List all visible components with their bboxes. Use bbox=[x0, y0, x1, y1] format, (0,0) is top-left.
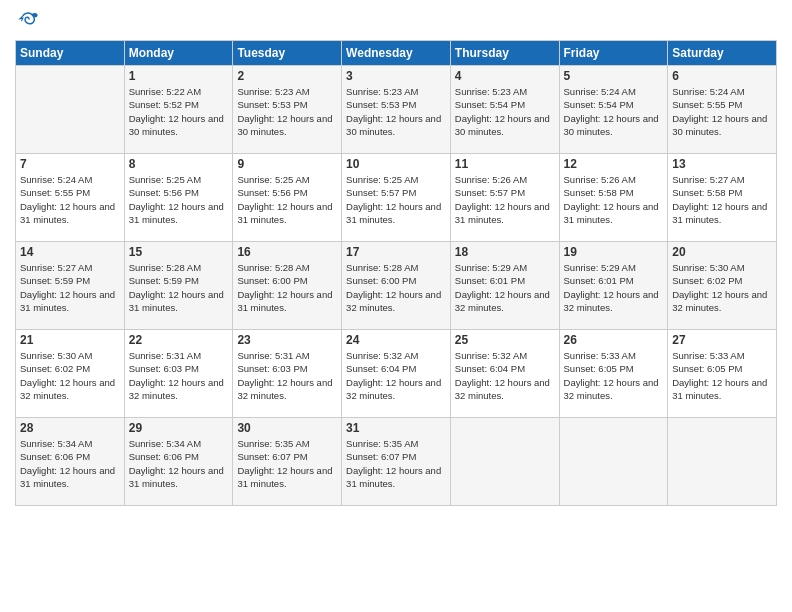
logo bbox=[15, 10, 41, 32]
day-info: Sunrise: 5:22 AM Sunset: 5:52 PM Dayligh… bbox=[129, 85, 229, 138]
calendar-cell: 7Sunrise: 5:24 AM Sunset: 5:55 PM Daylig… bbox=[16, 154, 125, 242]
calendar-cell bbox=[668, 418, 777, 506]
day-number: 29 bbox=[129, 421, 229, 435]
day-number: 13 bbox=[672, 157, 772, 171]
day-number: 1 bbox=[129, 69, 229, 83]
day-number: 11 bbox=[455, 157, 555, 171]
day-number: 21 bbox=[20, 333, 120, 347]
calendar-cell: 16Sunrise: 5:28 AM Sunset: 6:00 PM Dayli… bbox=[233, 242, 342, 330]
day-info: Sunrise: 5:24 AM Sunset: 5:55 PM Dayligh… bbox=[20, 173, 120, 226]
calendar-cell bbox=[450, 418, 559, 506]
day-number: 24 bbox=[346, 333, 446, 347]
day-number: 19 bbox=[564, 245, 664, 259]
day-info: Sunrise: 5:32 AM Sunset: 6:04 PM Dayligh… bbox=[455, 349, 555, 402]
calendar-cell: 8Sunrise: 5:25 AM Sunset: 5:56 PM Daylig… bbox=[124, 154, 233, 242]
day-number: 10 bbox=[346, 157, 446, 171]
day-info: Sunrise: 5:25 AM Sunset: 5:56 PM Dayligh… bbox=[129, 173, 229, 226]
calendar-cell: 10Sunrise: 5:25 AM Sunset: 5:57 PM Dayli… bbox=[342, 154, 451, 242]
calendar-cell: 18Sunrise: 5:29 AM Sunset: 6:01 PM Dayli… bbox=[450, 242, 559, 330]
day-info: Sunrise: 5:31 AM Sunset: 6:03 PM Dayligh… bbox=[129, 349, 229, 402]
day-number: 30 bbox=[237, 421, 337, 435]
page: SundayMondayTuesdayWednesdayThursdayFrid… bbox=[0, 0, 792, 612]
day-number: 7 bbox=[20, 157, 120, 171]
day-number: 14 bbox=[20, 245, 120, 259]
day-info: Sunrise: 5:27 AM Sunset: 5:58 PM Dayligh… bbox=[672, 173, 772, 226]
calendar-cell: 12Sunrise: 5:26 AM Sunset: 5:58 PM Dayli… bbox=[559, 154, 668, 242]
day-number: 9 bbox=[237, 157, 337, 171]
calendar-cell: 31Sunrise: 5:35 AM Sunset: 6:07 PM Dayli… bbox=[342, 418, 451, 506]
day-info: Sunrise: 5:26 AM Sunset: 5:58 PM Dayligh… bbox=[564, 173, 664, 226]
day-info: Sunrise: 5:23 AM Sunset: 5:53 PM Dayligh… bbox=[346, 85, 446, 138]
day-number: 18 bbox=[455, 245, 555, 259]
calendar-table: SundayMondayTuesdayWednesdayThursdayFrid… bbox=[15, 40, 777, 506]
calendar-cell: 2Sunrise: 5:23 AM Sunset: 5:53 PM Daylig… bbox=[233, 66, 342, 154]
calendar-cell: 25Sunrise: 5:32 AM Sunset: 6:04 PM Dayli… bbox=[450, 330, 559, 418]
calendar-cell: 28Sunrise: 5:34 AM Sunset: 6:06 PM Dayli… bbox=[16, 418, 125, 506]
day-info: Sunrise: 5:30 AM Sunset: 6:02 PM Dayligh… bbox=[672, 261, 772, 314]
day-info: Sunrise: 5:25 AM Sunset: 5:57 PM Dayligh… bbox=[346, 173, 446, 226]
day-info: Sunrise: 5:33 AM Sunset: 6:05 PM Dayligh… bbox=[564, 349, 664, 402]
calendar-cell: 22Sunrise: 5:31 AM Sunset: 6:03 PM Dayli… bbox=[124, 330, 233, 418]
day-number: 12 bbox=[564, 157, 664, 171]
calendar-cell bbox=[16, 66, 125, 154]
week-row-1: 1Sunrise: 5:22 AM Sunset: 5:52 PM Daylig… bbox=[16, 66, 777, 154]
calendar-cell: 27Sunrise: 5:33 AM Sunset: 6:05 PM Dayli… bbox=[668, 330, 777, 418]
header-row: SundayMondayTuesdayWednesdayThursdayFrid… bbox=[16, 41, 777, 66]
week-row-3: 14Sunrise: 5:27 AM Sunset: 5:59 PM Dayli… bbox=[16, 242, 777, 330]
day-header-sunday: Sunday bbox=[16, 41, 125, 66]
day-number: 8 bbox=[129, 157, 229, 171]
day-number: 23 bbox=[237, 333, 337, 347]
calendar-cell: 29Sunrise: 5:34 AM Sunset: 6:06 PM Dayli… bbox=[124, 418, 233, 506]
day-number: 31 bbox=[346, 421, 446, 435]
calendar-cell: 6Sunrise: 5:24 AM Sunset: 5:55 PM Daylig… bbox=[668, 66, 777, 154]
calendar-cell: 11Sunrise: 5:26 AM Sunset: 5:57 PM Dayli… bbox=[450, 154, 559, 242]
day-info: Sunrise: 5:29 AM Sunset: 6:01 PM Dayligh… bbox=[564, 261, 664, 314]
calendar-cell: 13Sunrise: 5:27 AM Sunset: 5:58 PM Dayli… bbox=[668, 154, 777, 242]
day-number: 17 bbox=[346, 245, 446, 259]
calendar-cell bbox=[559, 418, 668, 506]
day-info: Sunrise: 5:29 AM Sunset: 6:01 PM Dayligh… bbox=[455, 261, 555, 314]
calendar-cell: 4Sunrise: 5:23 AM Sunset: 5:54 PM Daylig… bbox=[450, 66, 559, 154]
day-info: Sunrise: 5:28 AM Sunset: 6:00 PM Dayligh… bbox=[346, 261, 446, 314]
day-header-friday: Friday bbox=[559, 41, 668, 66]
day-number: 5 bbox=[564, 69, 664, 83]
day-info: Sunrise: 5:31 AM Sunset: 6:03 PM Dayligh… bbox=[237, 349, 337, 402]
day-info: Sunrise: 5:28 AM Sunset: 5:59 PM Dayligh… bbox=[129, 261, 229, 314]
calendar-cell: 17Sunrise: 5:28 AM Sunset: 6:00 PM Dayli… bbox=[342, 242, 451, 330]
day-info: Sunrise: 5:34 AM Sunset: 6:06 PM Dayligh… bbox=[129, 437, 229, 490]
day-info: Sunrise: 5:35 AM Sunset: 6:07 PM Dayligh… bbox=[237, 437, 337, 490]
calendar-cell: 23Sunrise: 5:31 AM Sunset: 6:03 PM Dayli… bbox=[233, 330, 342, 418]
day-header-tuesday: Tuesday bbox=[233, 41, 342, 66]
day-number: 20 bbox=[672, 245, 772, 259]
day-number: 15 bbox=[129, 245, 229, 259]
header bbox=[15, 10, 777, 32]
day-info: Sunrise: 5:28 AM Sunset: 6:00 PM Dayligh… bbox=[237, 261, 337, 314]
day-info: Sunrise: 5:32 AM Sunset: 6:04 PM Dayligh… bbox=[346, 349, 446, 402]
day-number: 2 bbox=[237, 69, 337, 83]
calendar-cell: 15Sunrise: 5:28 AM Sunset: 5:59 PM Dayli… bbox=[124, 242, 233, 330]
day-header-wednesday: Wednesday bbox=[342, 41, 451, 66]
calendar-cell: 5Sunrise: 5:24 AM Sunset: 5:54 PM Daylig… bbox=[559, 66, 668, 154]
day-info: Sunrise: 5:23 AM Sunset: 5:53 PM Dayligh… bbox=[237, 85, 337, 138]
week-row-4: 21Sunrise: 5:30 AM Sunset: 6:02 PM Dayli… bbox=[16, 330, 777, 418]
day-number: 22 bbox=[129, 333, 229, 347]
day-header-saturday: Saturday bbox=[668, 41, 777, 66]
day-info: Sunrise: 5:33 AM Sunset: 6:05 PM Dayligh… bbox=[672, 349, 772, 402]
day-number: 28 bbox=[20, 421, 120, 435]
calendar-cell: 3Sunrise: 5:23 AM Sunset: 5:53 PM Daylig… bbox=[342, 66, 451, 154]
week-row-5: 28Sunrise: 5:34 AM Sunset: 6:06 PM Dayli… bbox=[16, 418, 777, 506]
day-number: 25 bbox=[455, 333, 555, 347]
day-number: 6 bbox=[672, 69, 772, 83]
calendar-cell: 30Sunrise: 5:35 AM Sunset: 6:07 PM Dayli… bbox=[233, 418, 342, 506]
day-header-monday: Monday bbox=[124, 41, 233, 66]
day-number: 27 bbox=[672, 333, 772, 347]
calendar-cell: 21Sunrise: 5:30 AM Sunset: 6:02 PM Dayli… bbox=[16, 330, 125, 418]
day-info: Sunrise: 5:24 AM Sunset: 5:54 PM Dayligh… bbox=[564, 85, 664, 138]
day-info: Sunrise: 5:26 AM Sunset: 5:57 PM Dayligh… bbox=[455, 173, 555, 226]
day-info: Sunrise: 5:35 AM Sunset: 6:07 PM Dayligh… bbox=[346, 437, 446, 490]
day-info: Sunrise: 5:24 AM Sunset: 5:55 PM Dayligh… bbox=[672, 85, 772, 138]
day-number: 26 bbox=[564, 333, 664, 347]
calendar-cell: 14Sunrise: 5:27 AM Sunset: 5:59 PM Dayli… bbox=[16, 242, 125, 330]
week-row-2: 7Sunrise: 5:24 AM Sunset: 5:55 PM Daylig… bbox=[16, 154, 777, 242]
day-info: Sunrise: 5:25 AM Sunset: 5:56 PM Dayligh… bbox=[237, 173, 337, 226]
